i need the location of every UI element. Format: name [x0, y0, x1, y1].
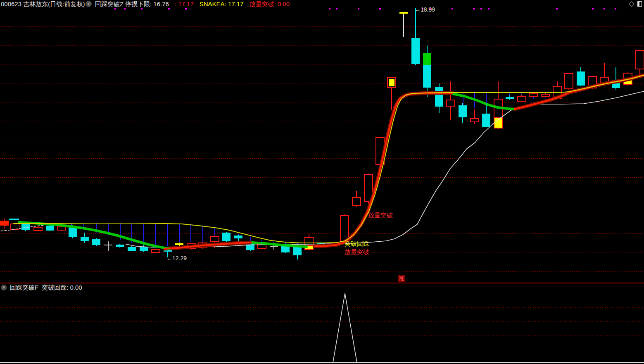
- pullback-annotation: 突破回踩: [345, 240, 369, 248]
- limit-up-badge: 涨: [398, 275, 405, 282]
- sub-field-label: 突破回踩:: [42, 284, 70, 291]
- chart-header: 000623 吉林敖东(日线:前复权) ∨ 回踩突破Z 停损下限: 16.76:…: [0, 0, 644, 9]
- header-field: SNAKEA: 17.17: [200, 0, 244, 7]
- sub-panel-header: ∨ 回踩突破F 突破回踩: 0.00: [1, 284, 82, 291]
- window-controls: [630, 1, 642, 7]
- high-price-label: ←18.99: [415, 6, 435, 13]
- volume-breakout-annotation: 放量突破: [368, 212, 393, 219]
- trading-app-window: 000623 吉林敖东(日线:前复权) ∨ 回踩突破Z 停损下限: 16.76:…: [0, 0, 644, 364]
- chevron-down-icon-2[interactable]: ∨: [1, 285, 7, 290]
- stock-title: 000623 吉林敖东(日线:前复权): [1, 0, 85, 7]
- indicator-values: 停损下限: 16.76: 17.17SNAKEA: 17.17放量突破: 0.0…: [125, 0, 290, 7]
- candlestick-chart-canvas[interactable]: [0, 0, 644, 364]
- low-price-label: ←12.29: [166, 255, 187, 262]
- main-indicator-name[interactable]: 回踩突破Z: [95, 0, 124, 7]
- sub-field-value: 0.00: [70, 284, 82, 291]
- header-field: 放量突破: 0.00: [249, 0, 290, 7]
- volume-breakout-annotation-2: 放量突破: [345, 248, 369, 256]
- header-field: 停损下限: 16.76: [125, 0, 169, 7]
- sub-indicator-name[interactable]: 回踩突破F: [10, 284, 38, 291]
- diamond-icon[interactable]: [629, 1, 634, 7]
- chevron-down-icon[interactable]: ∨: [86, 1, 92, 7]
- header-field: : 17.17: [175, 0, 194, 7]
- restore-window-icon[interactable]: [637, 1, 642, 7]
